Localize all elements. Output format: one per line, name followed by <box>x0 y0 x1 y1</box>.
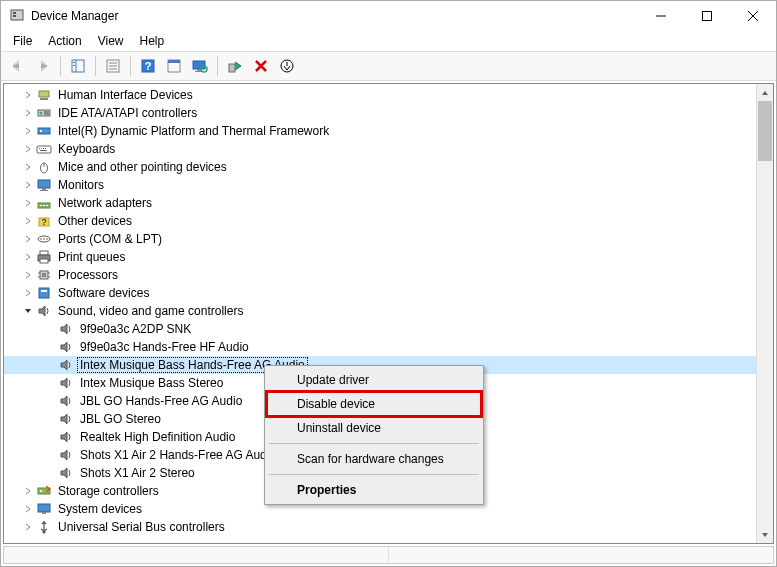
expand-arrow-icon[interactable] <box>22 215 34 227</box>
scan-button[interactable] <box>188 54 212 78</box>
keyboard-icon <box>36 141 52 157</box>
hid-icon <box>36 87 52 103</box>
expand-arrow-icon[interactable] <box>22 287 34 299</box>
tree-item[interactable]: Ports (COM & LPT) <box>4 230 756 248</box>
expand-arrow-icon[interactable] <box>22 107 34 119</box>
expand-arrow-icon[interactable] <box>22 161 34 173</box>
menu-help[interactable]: Help <box>132 32 173 50</box>
expand-arrow-icon[interactable] <box>22 251 34 263</box>
expand-arrow-icon[interactable] <box>22 269 34 281</box>
forward-button[interactable] <box>31 54 55 78</box>
status-cell <box>389 547 773 563</box>
uninstall-button[interactable] <box>249 54 273 78</box>
scroll-down-button[interactable] <box>757 526 773 543</box>
tree-item[interactable]: 9f9e0a3c A2DP SNK <box>4 320 756 338</box>
system-icon <box>36 501 52 517</box>
tree-item-label: Shots X1 Air 2 Stereo <box>78 466 197 480</box>
properties-button[interactable] <box>101 54 125 78</box>
context-properties[interactable]: Properties <box>267 478 481 502</box>
svg-rect-35 <box>43 148 44 149</box>
svg-rect-37 <box>40 150 47 151</box>
expand-arrow-icon[interactable] <box>22 89 34 101</box>
tree-item[interactable]: ?Other devices <box>4 212 756 230</box>
help-button[interactable]: ? <box>136 54 160 78</box>
tree-item[interactable]: Human Interface Devices <box>4 86 756 104</box>
svg-rect-63 <box>41 290 47 292</box>
tree-item-label: System devices <box>56 502 144 516</box>
sound-icon <box>58 411 74 427</box>
expand-arrow-icon[interactable] <box>22 485 34 497</box>
expand-arrow-icon[interactable] <box>22 233 34 245</box>
expand-arrow-icon[interactable] <box>22 179 34 191</box>
minimize-button[interactable] <box>638 1 684 31</box>
svg-rect-19 <box>193 61 205 69</box>
close-button[interactable] <box>730 1 776 31</box>
svg-rect-18 <box>168 60 180 63</box>
maximize-button[interactable] <box>684 1 730 31</box>
tree-item[interactable]: Keyboards <box>4 140 756 158</box>
toolbar-separator <box>217 56 218 76</box>
context-uninstall-device[interactable]: Uninstall device <box>267 416 481 440</box>
context-scan-hardware[interactable]: Scan for hardware changes <box>267 447 481 471</box>
enable-button[interactable] <box>223 54 247 78</box>
statusbar <box>3 546 774 564</box>
tree-item[interactable]: IDE ATA/ATAPI controllers <box>4 104 756 122</box>
storage-icon <box>36 483 52 499</box>
sound-icon <box>58 393 74 409</box>
svg-rect-40 <box>38 180 50 188</box>
expand-arrow-icon[interactable] <box>22 503 34 515</box>
port-icon <box>36 231 52 247</box>
tree-item[interactable]: Universal Serial Bus controllers <box>4 518 756 536</box>
update-driver-button[interactable] <box>275 54 299 78</box>
show-hide-tree-button[interactable] <box>66 54 90 78</box>
tree-item-label: Other devices <box>56 214 134 228</box>
expand-arrow-icon[interactable] <box>22 197 34 209</box>
tree-item[interactable]: Sound, video and game controllers <box>4 302 756 320</box>
tree-item-label: Monitors <box>56 178 106 192</box>
usb-icon <box>36 519 52 535</box>
svg-rect-2 <box>13 15 16 17</box>
sound-icon <box>58 357 74 373</box>
expand-arrow-icon[interactable] <box>22 125 34 137</box>
svg-rect-41 <box>42 188 46 190</box>
tree-item-label: 9f9e0a3c Hands-Free HF Audio <box>78 340 251 354</box>
tree-item[interactable]: 9f9e0a3c Hands-Free HF Audio <box>4 338 756 356</box>
menu-view[interactable]: View <box>90 32 132 50</box>
back-button[interactable] <box>5 54 29 78</box>
menu-file[interactable]: File <box>5 32 40 50</box>
monitor-icon <box>36 177 52 193</box>
sound-icon <box>58 447 74 463</box>
svg-rect-32 <box>37 146 51 153</box>
svg-rect-31 <box>40 130 42 132</box>
network-icon <box>36 195 52 211</box>
tree-item[interactable]: Network adapters <box>4 194 756 212</box>
status-cell <box>4 547 389 563</box>
expand-arrow-icon[interactable] <box>22 143 34 155</box>
tree-item-label: Keyboards <box>56 142 117 156</box>
tree-item[interactable]: Monitors <box>4 176 756 194</box>
context-update-driver[interactable]: Update driver <box>267 368 481 392</box>
tree-item-label: Network adapters <box>56 196 154 210</box>
context-disable-device[interactable]: Disable device <box>267 392 481 416</box>
scroll-up-button[interactable] <box>757 84 773 101</box>
svg-rect-46 <box>46 205 48 206</box>
tree-item-label: Print queues <box>56 250 127 264</box>
other-icon: ? <box>36 213 52 229</box>
svg-rect-4 <box>703 12 712 21</box>
scroll-thumb[interactable] <box>758 101 772 161</box>
menu-action[interactable]: Action <box>40 32 89 50</box>
svg-point-52 <box>46 238 48 240</box>
action-button[interactable] <box>162 54 186 78</box>
tree-item[interactable]: Print queues <box>4 248 756 266</box>
tree-item[interactable]: Processors <box>4 266 756 284</box>
sound-icon <box>58 375 74 391</box>
tree-item-label: IDE ATA/ATAPI controllers <box>56 106 199 120</box>
collapse-arrow-icon[interactable] <box>22 305 34 317</box>
expand-arrow-icon[interactable] <box>22 521 34 533</box>
vertical-scrollbar[interactable] <box>756 84 773 543</box>
tree-item[interactable]: Intel(R) Dynamic Platform and Thermal Fr… <box>4 122 756 140</box>
toolbar: ? <box>1 51 776 81</box>
menubar: File Action View Help <box>1 31 776 51</box>
tree-item[interactable]: Mice and other pointing devices <box>4 158 756 176</box>
tree-item[interactable]: Software devices <box>4 284 756 302</box>
